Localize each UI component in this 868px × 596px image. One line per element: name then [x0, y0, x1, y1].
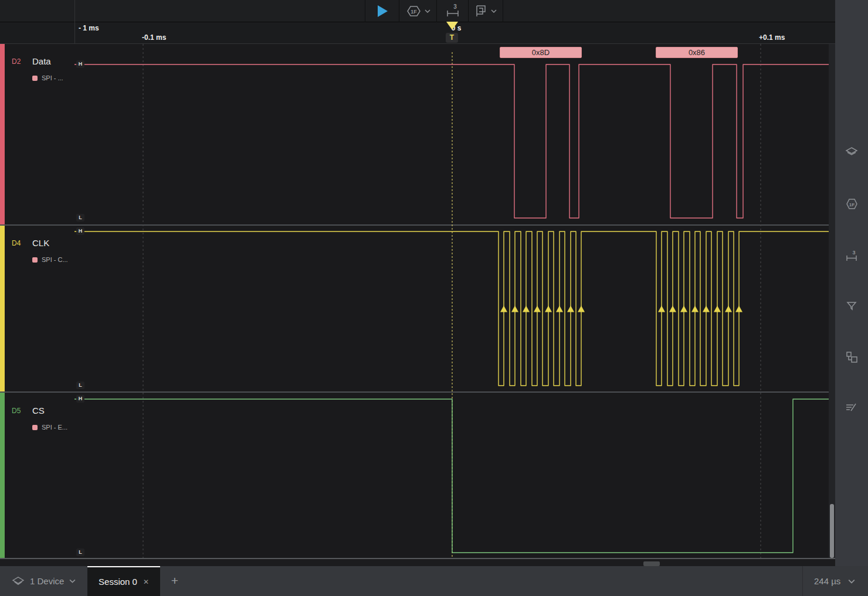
- level-high-badge: H: [76, 227, 84, 235]
- analyzer-bullet-icon: [32, 425, 38, 430]
- signal-trace-data[interactable]: [74, 64, 829, 218]
- channel-analyzer-tag[interactable]: SPI - C...: [32, 256, 68, 263]
- channel-analyzer-tag[interactable]: SPI - E...: [32, 424, 67, 431]
- spi-byte-annotation[interactable]: 0x86: [656, 47, 738, 58]
- chevron-down-icon: [848, 579, 855, 584]
- flag-icon: [474, 4, 489, 18]
- timeline-ruler[interactable]: - 1 ms 0 s -0.1 ms +0.1 ms T: [0, 22, 835, 44]
- session-tab-label: Session 0: [99, 577, 137, 587]
- level-low-badge: L: [76, 214, 84, 222]
- clock-edge-arrow-icon: [714, 306, 721, 312]
- clock-edge-arrow-icon: [669, 306, 676, 312]
- extensions-panel-button[interactable]: [845, 350, 859, 364]
- timeline-tick-label: - 1 ms: [79, 24, 99, 32]
- measurements-button[interactable]: 3: [437, 0, 469, 22]
- device-label: 1 Device: [30, 576, 64, 586]
- timeline-tick-label: -0.1 ms: [142, 33, 166, 42]
- channel-id-d4: D4: [12, 239, 21, 247]
- notes-pencil-icon: [845, 401, 859, 415]
- toolbar-divider: [74, 0, 75, 22]
- channel-color-bar-d4: [0, 226, 5, 391]
- chevron-down-icon: [69, 579, 76, 583]
- clock-edge-arrow-icon: [658, 306, 665, 312]
- clock-edge-arrow-icon: [556, 306, 563, 312]
- channel-name-data[interactable]: Data: [32, 56, 51, 66]
- svg-text:3: 3: [453, 4, 457, 10]
- ruler-icon: 3: [445, 4, 460, 19]
- waveform-area: D2 Data SPI - ... D4 CLK SPI - C... D5 C…: [0, 44, 835, 558]
- vertical-scrollbar-thumb[interactable]: [830, 504, 834, 558]
- play-icon: [377, 4, 388, 18]
- signal-trace-clk[interactable]: [74, 231, 829, 386]
- signal-trace-cs[interactable]: [74, 399, 829, 553]
- timescale-value: 244 µs: [814, 576, 840, 586]
- markers-panel-button[interactable]: [845, 299, 859, 313]
- analyzers-panel-button[interactable]: 1F: [845, 197, 859, 211]
- level-high-badge: H: [76, 60, 84, 68]
- timeline-divider: [74, 22, 75, 44]
- logic-analyzer-app: 1F 3: [0, 0, 868, 596]
- play-button[interactable]: [365, 0, 399, 22]
- vertical-scrollbar[interactable]: [829, 44, 835, 558]
- ruler-icon: 3: [845, 249, 859, 263]
- measurements-panel-button[interactable]: 3: [845, 249, 859, 263]
- clock-edge-arrow-icon: [725, 306, 732, 312]
- timescale-selector[interactable]: 244 µs: [814, 566, 855, 596]
- hex-1f-icon: 1F: [406, 4, 422, 18]
- clock-edge-arrow-icon: [703, 306, 710, 312]
- layers-icon: [845, 145, 859, 159]
- notes-panel-button[interactable]: [845, 401, 859, 415]
- chevron-down-icon: [491, 9, 497, 13]
- device-selector[interactable]: 1 Device: [12, 566, 76, 596]
- horizontal-scrollbar[interactable]: [0, 558, 835, 566]
- clock-edge-arrow-icon: [545, 306, 552, 312]
- close-tab-icon[interactable]: ✕: [143, 578, 149, 586]
- clock-edge-arrow-icon: [511, 306, 518, 312]
- analyzer-tag-label: SPI - E...: [42, 424, 67, 431]
- svg-text:3: 3: [852, 250, 855, 256]
- capture-button-group: 1F 3: [365, 0, 503, 22]
- clock-edge-arrow-icon: [500, 306, 507, 312]
- trigger-marker-icon[interactable]: [446, 22, 458, 30]
- hex-1f-icon: 1F: [845, 197, 859, 211]
- pennant-icon: [845, 299, 859, 313]
- clock-edge-arrow-icon: [567, 306, 574, 312]
- horizontal-scrollbar-thumb[interactable]: [643, 561, 660, 566]
- svg-text:1F: 1F: [411, 9, 417, 15]
- svg-text:1F: 1F: [849, 202, 855, 207]
- top-toolbar: 1F 3: [0, 0, 835, 22]
- markers-button[interactable]: [469, 0, 503, 22]
- spi-byte-annotation[interactable]: 0x8D: [500, 47, 582, 58]
- channel-color-bar-d5: [0, 393, 5, 558]
- waveform-canvas[interactable]: [74, 44, 829, 558]
- channel-name-clk[interactable]: CLK: [32, 238, 49, 248]
- analyzer-mode-button[interactable]: 1F: [399, 0, 437, 22]
- channel-analyzer-tag[interactable]: SPI - ...: [32, 74, 63, 81]
- clock-edge-arrow-icon: [578, 306, 585, 312]
- clock-edge-arrow-icon: [523, 306, 530, 312]
- analyzer-bullet-icon: [32, 76, 38, 81]
- clock-edge-arrow-icon: [691, 306, 699, 312]
- clock-edge-arrow-icon: [680, 306, 687, 312]
- channel-name-cs[interactable]: CS: [32, 406, 45, 416]
- bottom-bar-divider: [802, 566, 803, 596]
- bottom-bar: 1 Device Session 0 ✕ + 244 µs: [0, 566, 868, 596]
- analyzer-tag-label: SPI - C...: [42, 256, 68, 263]
- right-sidebar: [835, 0, 868, 566]
- channel-id-d2: D2: [12, 57, 21, 66]
- channel-color-bar-d2: [0, 44, 5, 224]
- device-layers-icon: [12, 576, 25, 587]
- trigger-badge[interactable]: T: [446, 33, 458, 43]
- add-session-button[interactable]: +: [167, 573, 182, 588]
- analyzer-tag-label: SPI - ...: [42, 74, 63, 81]
- clock-edge-arrow-icon: [534, 306, 541, 312]
- chevron-down-icon: [425, 9, 430, 13]
- level-low-badge: L: [76, 382, 84, 389]
- devices-panel-button[interactable]: [845, 145, 859, 159]
- session-tab[interactable]: Session 0 ✕: [87, 566, 160, 596]
- blocks-icon: [845, 350, 859, 364]
- level-high-badge: H: [76, 395, 84, 403]
- clock-edge-arrow-icon: [735, 306, 742, 312]
- channel-id-d5: D5: [12, 407, 21, 415]
- timeline-tick-label: +0.1 ms: [759, 33, 785, 42]
